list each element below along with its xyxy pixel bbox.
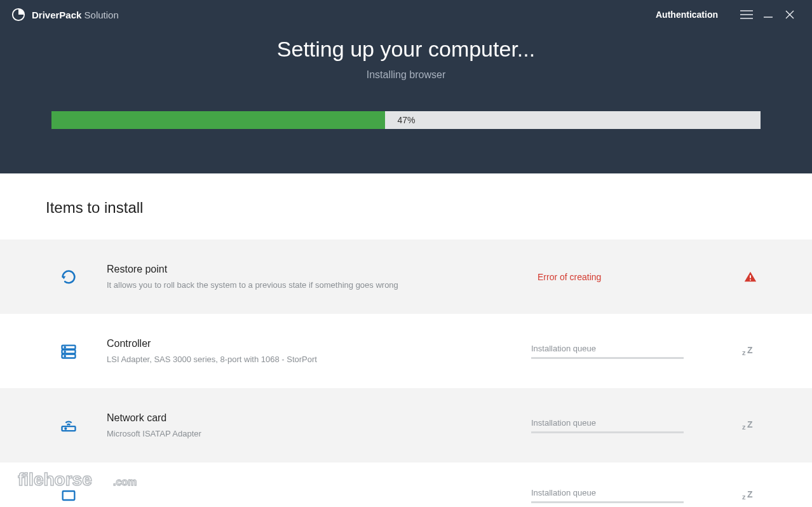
hero-section: Setting up your computer... Installing b… xyxy=(0,29,812,173)
svg-text:z: z xyxy=(742,423,746,431)
brand-bold: DriverPack xyxy=(32,10,81,20)
status-queue-bar xyxy=(531,501,684,503)
item-description: Microsoft ISATAP Adapter xyxy=(107,429,506,438)
item-title: Restore point xyxy=(107,264,506,275)
logo-area: DriverPack Solution xyxy=(11,8,119,22)
progress-bar: 47% xyxy=(51,111,761,129)
svg-point-13 xyxy=(64,346,65,347)
svg-point-19 xyxy=(65,428,66,429)
item-description: It allows you to roll back the system to… xyxy=(107,280,506,290)
svg-text:Z: Z xyxy=(747,345,753,355)
svg-text:Z: Z xyxy=(747,489,753,499)
item-title: Controller xyxy=(107,338,506,349)
item-title: Network card xyxy=(107,412,506,424)
brand-thin: Solution xyxy=(85,10,119,20)
svg-point-14 xyxy=(64,351,65,351)
title-bar: DriverPack Solution Authentication xyxy=(0,0,812,29)
controller-icon xyxy=(56,342,81,360)
install-item-network-card: Network card Microsoft ISATAP Adapter In… xyxy=(0,388,812,463)
progress-percent-label: 47% xyxy=(51,111,761,129)
install-item-restore-point: Restore point It allows you to roll back… xyxy=(0,240,812,314)
restore-spinner-icon xyxy=(56,268,81,286)
minimize-button[interactable] xyxy=(757,0,779,29)
brand-name: DriverPack Solution xyxy=(32,10,119,20)
svg-text:Z: Z xyxy=(747,419,753,429)
svg-rect-8 xyxy=(750,275,751,278)
section-heading: Items to install xyxy=(0,173,812,240)
page-title: Setting up your computer... xyxy=(0,37,812,62)
sleep-icon: zZ xyxy=(734,489,766,502)
status-queue-text: Installation queue xyxy=(531,488,709,497)
status-queue-text: Installation queue xyxy=(531,418,709,428)
menu-button[interactable] xyxy=(736,0,757,29)
authentication-link[interactable]: Authentication xyxy=(656,10,718,20)
item-description: LSI Adapter, SAS 3000 series, 8-port wit… xyxy=(107,355,506,364)
status-queue-bar xyxy=(531,431,684,433)
svg-point-15 xyxy=(64,355,65,356)
sleep-icon: zZ xyxy=(734,419,766,432)
svg-rect-18 xyxy=(62,426,76,431)
svg-text:z: z xyxy=(742,493,746,501)
svg-text:z: z xyxy=(742,349,746,356)
network-card-icon xyxy=(56,417,81,435)
status-error-text: Error of creating xyxy=(531,272,709,282)
warning-icon xyxy=(734,270,766,284)
status-queue-text: Installation queue xyxy=(531,344,709,353)
page-subtitle: Installing browser xyxy=(0,69,812,81)
watermark-tld: .com xyxy=(113,477,137,487)
status-queue-bar xyxy=(531,357,684,359)
watermark-text: filehorse xyxy=(18,470,92,489)
install-item-controller: Controller LSI Adapter, SAS 3000 series,… xyxy=(0,314,812,388)
sleep-icon: zZ xyxy=(734,345,766,358)
svg-rect-9 xyxy=(750,279,751,280)
app-logo-icon xyxy=(11,8,25,22)
watermark: filehorse .com xyxy=(18,466,164,493)
main-scroll-area[interactable]: Setting up your computer... Installing b… xyxy=(0,29,812,507)
close-button[interactable] xyxy=(779,0,801,29)
